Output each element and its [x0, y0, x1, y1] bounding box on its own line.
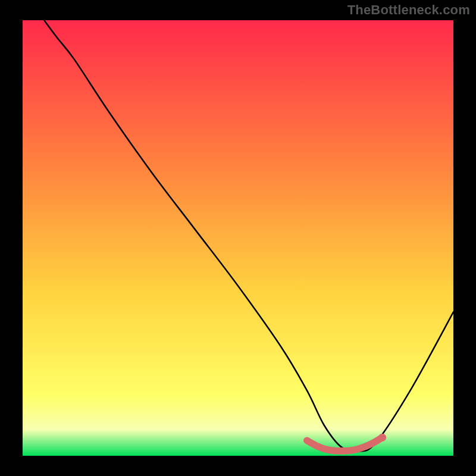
- watermark: TheBottleneck.com: [347, 2, 470, 18]
- gradient-background: [23, 20, 453, 456]
- chart-container: TheBottleneck.com: [0, 0, 476, 476]
- optimal-band-end-dot: [378, 434, 386, 441]
- plot-area: [23, 20, 453, 456]
